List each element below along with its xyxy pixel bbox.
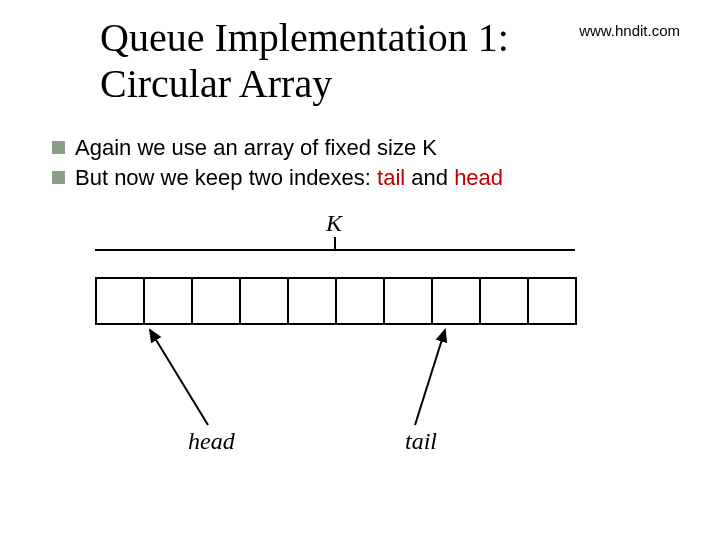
array-cell [289, 279, 337, 323]
title-line-2: Circular Array [100, 61, 332, 106]
bullet-item: But now we keep two indexes: tail and he… [52, 165, 712, 191]
bullet-2-prefix: But now we keep two indexes: [75, 165, 377, 190]
bullet-item: Again we use an array of fixed size K [52, 135, 712, 161]
array-cell [193, 279, 241, 323]
array-cell [337, 279, 385, 323]
k-label: K [326, 210, 342, 237]
square-bullet-icon [52, 171, 65, 184]
array-cell [385, 279, 433, 323]
site-url: www.hndit.com [579, 22, 680, 39]
array-cell [97, 279, 145, 323]
array-diagram [95, 277, 577, 325]
bullet-text-2: But now we keep two indexes: tail and he… [75, 165, 503, 191]
square-bullet-icon [52, 141, 65, 154]
head-arrow [150, 330, 208, 425]
slide-title: Queue Implementation 1: Circular Array [100, 15, 509, 107]
head-label: head [188, 428, 235, 455]
tail-label: tail [405, 428, 437, 455]
array-cell [481, 279, 529, 323]
bullet-2-tail-keyword: tail [377, 165, 405, 190]
tail-arrow [415, 330, 445, 425]
bullet-2-mid: and [405, 165, 454, 190]
bullet-list: Again we use an array of fixed size K Bu… [52, 135, 712, 195]
title-line-1: Queue Implementation 1: [100, 15, 509, 60]
array-cell [145, 279, 193, 323]
bullet-2-head-keyword: head [454, 165, 503, 190]
bullet-text-1: Again we use an array of fixed size K [75, 135, 437, 161]
array-cell [433, 279, 481, 323]
array-cell [529, 279, 577, 323]
array-cell [241, 279, 289, 323]
